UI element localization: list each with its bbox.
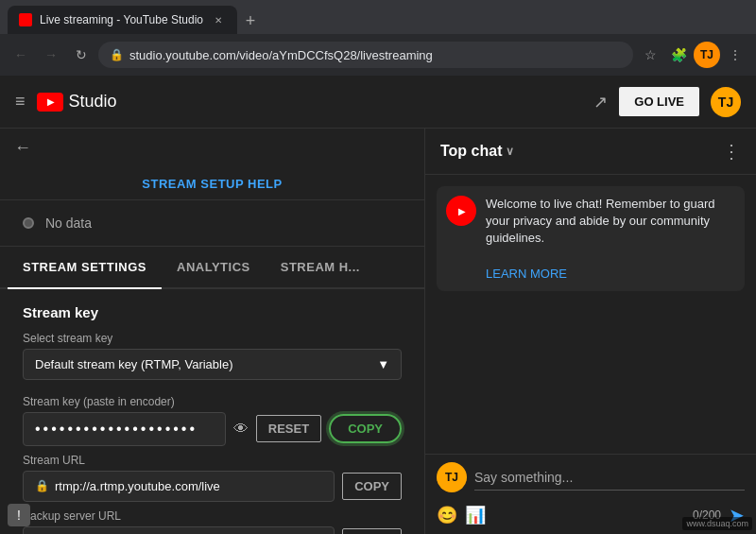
chat-toolbar: 😊 📊 [437, 505, 486, 525]
chat-yt-icon [446, 196, 476, 226]
extensions-button[interactable]: 🧩 [665, 42, 692, 68]
address-bar[interactable]: 🔒 studio.youtube.com/video/aYmDCCfsQ28/l… [98, 42, 633, 68]
warning-icon[interactable]: ! [8, 504, 30, 526]
stream-key-label: Stream key (paste in encoder) [23, 395, 402, 408]
stream-url-input: 🔒 rtmp://a.rtmp.youtube.com/live [23, 471, 335, 502]
go-live-button[interactable]: GO LIVE [619, 87, 699, 116]
no-data-text: No data [45, 215, 92, 231]
user-avatar-button[interactable]: TJ [711, 87, 741, 117]
tabs-bar: STREAM SETTINGS ANALYTICS STREAM H... [0, 247, 424, 289]
stream-setup-link[interactable]: STREAM SETUP HELP [142, 177, 282, 191]
refresh-button[interactable]: ↻ [68, 42, 94, 68]
url-text: studio.youtube.com/video/aYmDCCfsQ28/liv… [129, 48, 622, 62]
hamburger-menu[interactable]: ≡ [15, 92, 26, 112]
tab-favicon [19, 13, 32, 26]
no-data-section: No data [0, 200, 424, 247]
stream-key-select-value: Default stream key (RTMP, Variable) [35, 357, 233, 371]
chat-title: Top chat [440, 143, 502, 160]
chat-user-avatar: TJ [437, 462, 467, 492]
chat-welcome-message: Welcome to live chat! Remember to guard … [437, 186, 745, 291]
tab-stream-settings[interactable]: STREAM SETTINGS [8, 247, 162, 289]
chat-learn-more-link[interactable]: LEARN MORE [486, 267, 567, 281]
browser-avatar[interactable]: TJ [694, 42, 720, 68]
forward-button[interactable]: → [38, 42, 64, 68]
chat-placeholder-text: Say something... [474, 470, 573, 485]
tab-close-btn[interactable]: ✕ [211, 12, 226, 27]
studio-text: Studio [69, 92, 117, 112]
stream-key-title: Stream key [23, 304, 402, 320]
copy-stream-key-button[interactable]: COPY [329, 414, 402, 443]
stream-key-row: •••••••••••••••••••• 👁 RESET COPY [23, 412, 402, 446]
tab-title: Live streaming - YouTube Studio [40, 13, 203, 26]
browser-tab[interactable]: Live streaming - YouTube Studio ✕ [8, 6, 237, 34]
chat-message-content: Welcome to live chat! Remember to guard … [486, 196, 735, 282]
backup-url-input: 🔒 rtmp://b.rtmp.youtube.com/live [23, 526, 335, 534]
chat-input-user-row: TJ Say something... [425, 454, 756, 500]
emoji-button[interactable]: 😊 [437, 505, 457, 525]
chart-button[interactable]: 📊 [465, 505, 486, 525]
youtube-logo-icon [37, 93, 63, 112]
left-panel: ← STREAM SETUP HELP No data STREAM SETTI… [0, 129, 425, 534]
stream-url-row: 🔒 rtmp://a.rtmp.youtube.com/live COPY [23, 471, 402, 502]
header-right: ↗ GO LIVE TJ [593, 87, 741, 117]
chat-message-text: Welcome to live chat! Remember to guard … [486, 196, 735, 248]
browser-menu-button[interactable]: ⋮ [722, 42, 748, 68]
stream-url-value: rtmp://a.rtmp.youtube.com/live [55, 479, 220, 493]
back-navigation-button[interactable]: ← [8, 136, 38, 160]
stream-key-section: Stream key Select stream key Default str… [0, 289, 424, 534]
backup-url-row: 🔒 rtmp://b.rtmp.youtube.com/live COPY [23, 526, 402, 534]
chat-messages: Welcome to live chat! Remember to guard … [425, 175, 756, 454]
stream-url-label: Stream URL [23, 454, 402, 467]
chat-header: Top chat ∨ ⋮ [425, 129, 756, 175]
lock-icon: 🔒 [110, 48, 124, 61]
stream-key-select[interactable]: Default stream key (RTMP, Variable) ▼ [23, 349, 402, 380]
toggle-visibility-icon[interactable]: 👁 [233, 421, 249, 438]
stream-setup-bar: STREAM SETUP HELP [0, 167, 424, 200]
no-data-indicator [23, 217, 34, 229]
yt-studio-header: ≡ Studio ↗ GO LIVE TJ [0, 76, 756, 129]
bookmark-button[interactable]: ☆ [637, 42, 663, 68]
share-button[interactable]: ↗ [593, 92, 608, 112]
chat-input-wrapper: Say something... [474, 465, 745, 491]
chat-header-left: Top chat ∨ [440, 143, 514, 160]
stream-key-input[interactable]: •••••••••••••••••••• [23, 412, 226, 446]
tab-analytics[interactable]: ANALYTICS [162, 247, 266, 289]
url-lock-icon: 🔒 [35, 479, 49, 492]
copy-backup-url-button[interactable]: COPY [342, 528, 402, 534]
tab-stream-health[interactable]: STREAM H... [266, 247, 375, 289]
right-panel: Top chat ∨ ⋮ Welcome to live chat! Remem… [425, 129, 756, 534]
reset-button[interactable]: RESET [256, 415, 321, 442]
chat-dropdown-icon[interactable]: ∨ [506, 145, 514, 158]
chat-menu-button[interactable]: ⋮ [722, 140, 741, 163]
watermark: www.dsuaq.com [682, 517, 752, 530]
select-stream-key-label: Select stream key [23, 332, 402, 345]
select-dropdown-icon: ▼ [377, 357, 389, 371]
copy-url-button[interactable]: COPY [342, 473, 402, 500]
url-section: Stream URL 🔒 rtmp://a.rtmp.youtube.com/l… [23, 454, 402, 534]
back-button[interactable]: ← [8, 42, 34, 68]
new-tab-button[interactable]: + [237, 8, 264, 34]
backup-url-label: Backup server URL [23, 509, 402, 523]
yt-logo: Studio [37, 92, 117, 112]
